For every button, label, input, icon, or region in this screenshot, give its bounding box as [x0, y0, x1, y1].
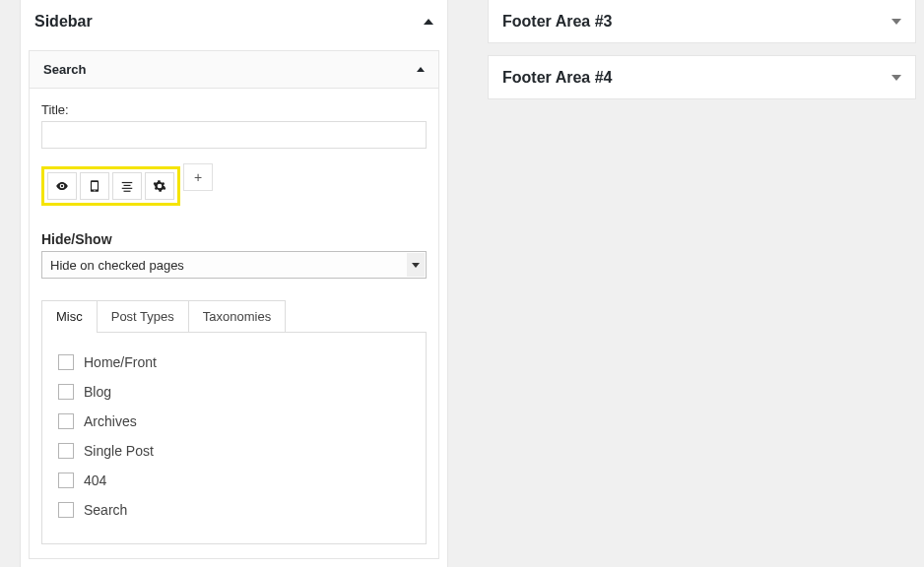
sidebar-panel-header[interactable]: Sidebar	[21, 0, 447, 42]
footer-area-4-panel: Footer Area #4	[488, 55, 916, 99]
search-widget-header[interactable]: Search	[30, 51, 438, 89]
tab-misc[interactable]: Misc	[41, 300, 98, 332]
check-label: Search	[84, 502, 127, 518]
hide-show-select[interactable]: Hide on checked pages	[41, 251, 427, 279]
tabstrip: Misc Post Types Taxonomies	[41, 300, 427, 333]
visibility-button[interactable]	[47, 172, 77, 200]
tab-label: Misc	[56, 309, 83, 324]
footer-area-3-title: Footer Area #3	[502, 13, 612, 31]
search-widget-body: Title:	[30, 89, 438, 558]
list-item: 404	[58, 472, 410, 488]
plus-icon: +	[194, 169, 202, 185]
tab-label: Post Types	[111, 309, 174, 324]
chevron-down-icon	[891, 19, 901, 25]
check-label: Archives	[84, 413, 137, 429]
checkbox-home-front[interactable]	[58, 354, 74, 370]
tab-post-types[interactable]: Post Types	[98, 300, 189, 332]
check-label: 404	[84, 472, 106, 488]
svg-rect-3	[124, 191, 131, 192]
sidebar-panel: Sidebar Search Title:	[20, 0, 448, 567]
search-widget: Search Title:	[29, 50, 439, 559]
tabpanel-misc: Home/Front Blog Archives Single Post 404…	[41, 333, 427, 544]
mobile-icon	[88, 179, 101, 193]
sidebar-panel-title: Sidebar	[34, 13, 93, 31]
tab-label: Taxonomies	[203, 309, 271, 324]
svg-rect-2	[122, 188, 133, 189]
eye-icon	[55, 179, 69, 193]
footer-area-4-title: Footer Area #4	[502, 69, 612, 87]
check-label: Home/Front	[84, 354, 157, 370]
check-label: Single Post	[84, 443, 154, 459]
toolbar-highlight	[41, 166, 180, 206]
tab-taxonomies[interactable]: Taxonomies	[189, 300, 286, 332]
chevron-down-icon	[891, 75, 901, 81]
hide-show-selected: Hide on checked pages	[50, 258, 184, 273]
settings-button[interactable]	[145, 172, 174, 200]
hide-show-label: Hide/Show	[41, 231, 427, 247]
list-item: Search	[58, 502, 410, 518]
list-item: Blog	[58, 384, 410, 400]
svg-rect-0	[122, 182, 133, 183]
title-field-label: Title:	[41, 102, 427, 117]
chevron-up-icon	[417, 67, 425, 72]
checkbox-blog[interactable]	[58, 384, 74, 400]
footer-area-3-header[interactable]: Footer Area #3	[489, 0, 915, 42]
checkbox-archives[interactable]	[58, 413, 74, 429]
list-item: Single Post	[58, 443, 410, 459]
chevron-up-icon	[424, 19, 433, 25]
add-condition-button[interactable]: +	[183, 163, 213, 191]
checkbox-search[interactable]	[58, 502, 74, 518]
list-item: Home/Front	[58, 354, 410, 370]
gear-icon	[153, 179, 166, 193]
checkbox-404[interactable]	[58, 472, 74, 488]
chevron-down-icon	[407, 253, 425, 277]
check-label: Blog	[84, 384, 111, 400]
misc-check-list: Home/Front Blog Archives Single Post 404…	[58, 354, 410, 518]
footer-area-4-header[interactable]: Footer Area #4	[489, 56, 915, 98]
device-button[interactable]	[80, 172, 109, 200]
checkbox-single-post[interactable]	[58, 443, 74, 459]
alignment-button[interactable]	[112, 172, 142, 200]
list-item: Archives	[58, 413, 410, 429]
title-input[interactable]	[41, 121, 427, 149]
search-widget-title: Search	[43, 62, 86, 77]
svg-rect-1	[124, 185, 131, 186]
align-center-icon	[120, 179, 134, 193]
footer-area-3-panel: Footer Area #3	[488, 0, 916, 43]
